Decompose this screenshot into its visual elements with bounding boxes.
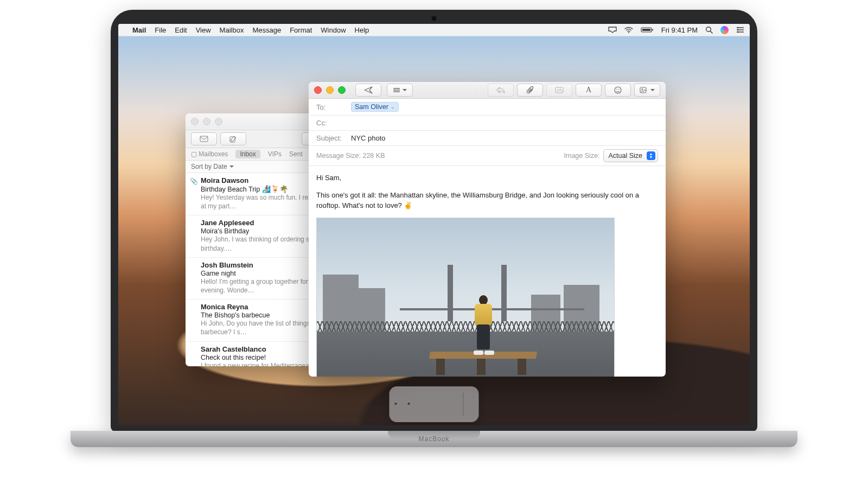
airplay-icon[interactable] <box>608 27 617 33</box>
svg-point-10 <box>737 29 739 31</box>
attachment-size-bar: Message Size: 228 KB Image Size: Actual … <box>309 146 666 166</box>
camera <box>432 17 436 20</box>
format-button[interactable]: A <box>576 84 602 97</box>
spotlight-icon[interactable] <box>705 26 713 34</box>
screen: Mail File Edit View Mailbox Message Form… <box>118 24 750 425</box>
favorite-inbox[interactable]: Inbox <box>235 150 260 158</box>
close-button[interactable] <box>191 118 199 125</box>
attached-photo[interactable] <box>316 218 615 377</box>
compose-body[interactable]: Hi Sam, This one's got it all: the Manha… <box>309 166 666 377</box>
menu-mailbox[interactable]: Mailbox <box>220 26 244 34</box>
svg-point-23 <box>616 89 617 90</box>
menubar-clock[interactable]: Fri 9:41 PM <box>661 26 698 34</box>
send-button[interactable] <box>355 84 381 97</box>
compose-titlebar[interactable]: A <box>309 82 666 99</box>
attach-button[interactable] <box>517 84 543 97</box>
select-caret-icon: ▲▼ <box>647 151 655 160</box>
reply-button[interactable] <box>488 84 514 97</box>
svg-point-24 <box>618 89 620 90</box>
macbook-base: MacBook <box>71 431 797 447</box>
mailboxes-toggle[interactable]: ▢ Mailboxes <box>191 150 228 158</box>
svg-rect-21 <box>556 87 563 93</box>
minimize-button[interactable] <box>326 86 334 94</box>
menu-format[interactable]: Format <box>290 26 312 34</box>
get-mail-button[interactable] <box>191 132 217 145</box>
sort-menu[interactable]: Sort by Date <box>191 163 234 170</box>
to-field-row: To: Sam Oliver⌄ <box>309 99 666 116</box>
battery-icon[interactable] <box>641 27 654 33</box>
menu-view[interactable]: View <box>196 26 211 34</box>
to-recipient-token[interactable]: Sam Oliver⌄ <box>351 102 399 112</box>
menu-help[interactable]: Help <box>355 26 369 34</box>
attachment-icon: 📎 <box>190 177 198 185</box>
svg-rect-3 <box>652 29 653 31</box>
menu-edit[interactable]: Edit <box>175 26 187 34</box>
notification-center-icon[interactable] <box>736 27 744 33</box>
macbook-brand: MacBook <box>71 435 797 443</box>
wifi-icon[interactable] <box>624 27 633 33</box>
app-menu[interactable]: Mail <box>132 26 146 34</box>
svg-point-22 <box>615 87 621 93</box>
subject-label: Subject: <box>316 134 346 142</box>
photo-browser-button[interactable] <box>634 84 660 97</box>
zoom-button[interactable] <box>215 118 222 125</box>
menubar: Mail File Edit View Mailbox Message Form… <box>118 24 750 36</box>
message-size-value: 228 KB <box>362 152 385 160</box>
display-bezel: Mail File Edit View Mailbox Message Form… <box>111 10 757 432</box>
macbook-frame: Mail File Edit View Mailbox Message Form… <box>71 10 797 493</box>
menu-window[interactable]: Window <box>321 26 346 34</box>
image-size-select[interactable]: Actual Size ▲▼ <box>603 149 658 162</box>
emoji-button[interactable] <box>605 84 631 97</box>
cc-label: Cc: <box>316 119 346 127</box>
subject-field-row[interactable]: Subject: NYC photo <box>309 131 666 146</box>
svg-line-5 <box>711 31 713 34</box>
minimize-button[interactable] <box>203 118 210 125</box>
svg-rect-2 <box>642 29 650 31</box>
body-line[interactable]: Hi Sam, <box>316 173 658 183</box>
markup-button[interactable] <box>546 84 572 97</box>
svg-point-9 <box>737 27 739 29</box>
cc-field-row[interactable]: Cc: <box>309 116 666 131</box>
zoom-button[interactable] <box>338 86 346 94</box>
body-line[interactable]: This one's got it all: the Manhattan sky… <box>316 190 658 211</box>
compose-window: A To: Sam Oliver⌄ Cc: Subject: NYC photo <box>309 82 666 377</box>
svg-point-0 <box>628 32 629 33</box>
favorite-vips[interactable]: VIPs <box>268 150 282 158</box>
compose-button[interactable] <box>220 132 246 145</box>
svg-point-11 <box>737 31 739 33</box>
image-size-label: Image Size: <box>564 152 600 160</box>
subject-input[interactable]: NYC photo <box>351 134 658 142</box>
svg-point-26 <box>642 88 643 90</box>
siri-icon[interactable] <box>720 26 729 34</box>
dock-separator <box>463 393 464 416</box>
menu-file[interactable]: File <box>155 26 166 34</box>
to-label: To: <box>316 103 346 111</box>
dock <box>390 386 479 422</box>
svg-rect-12 <box>200 136 208 142</box>
close-button[interactable] <box>314 86 322 94</box>
favorite-sent[interactable]: Sent <box>289 150 303 158</box>
message-size-label: Message Size: <box>316 152 361 160</box>
menu-message[interactable]: Message <box>252 26 281 34</box>
header-fields-button[interactable] <box>387 84 413 97</box>
